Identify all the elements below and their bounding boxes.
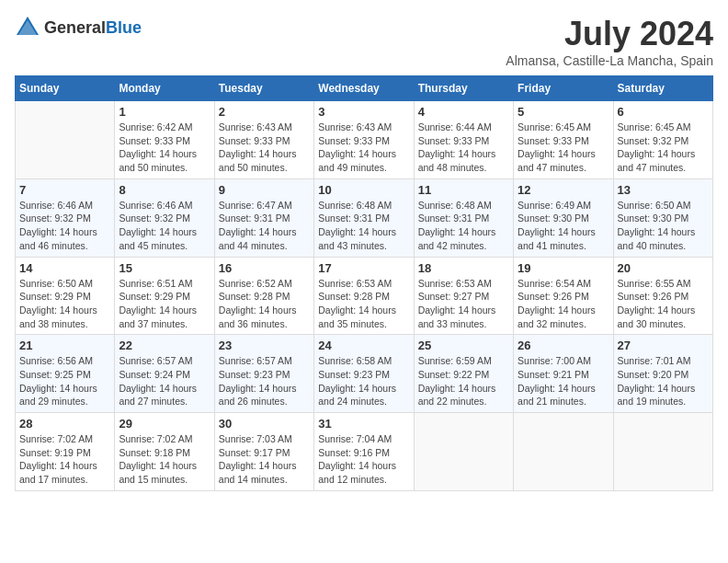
day-number: 5	[518, 105, 609, 119]
day-number: 16	[219, 261, 310, 275]
weekday-header-sunday: Sunday	[16, 76, 115, 101]
calendar-title: July 2024	[506, 15, 713, 53]
day-cell: 17Sunrise: 6:53 AMSunset: 9:28 PMDayligh…	[314, 257, 414, 335]
day-number: 17	[318, 261, 409, 275]
day-info: Sunrise: 6:51 AMSunset: 9:29 PMDaylight:…	[119, 277, 210, 331]
day-number: 3	[318, 105, 409, 119]
day-number: 12	[518, 183, 609, 197]
day-info: Sunrise: 7:03 AMSunset: 9:17 PMDaylight:…	[219, 432, 310, 487]
day-info: Sunrise: 7:01 AMSunset: 9:20 PMDaylight:…	[618, 354, 709, 408]
week-row-1: 1Sunrise: 6:42 AMSunset: 9:33 PMDaylight…	[16, 101, 713, 179]
day-cell: 8Sunrise: 6:46 AMSunset: 9:32 PMDaylight…	[115, 178, 214, 257]
day-number: 25	[418, 339, 509, 352]
day-info: Sunrise: 6:43 AMSunset: 9:33 PMDaylight:…	[318, 121, 409, 175]
day-cell: 30Sunrise: 7:03 AMSunset: 9:17 PMDayligh…	[214, 413, 313, 491]
day-number: 28	[19, 417, 110, 431]
day-number: 23	[219, 339, 310, 352]
day-number: 31	[318, 417, 409, 431]
day-cell: 21Sunrise: 6:56 AMSunset: 9:25 PMDayligh…	[16, 335, 115, 413]
day-number: 27	[618, 339, 709, 352]
day-info: Sunrise: 6:55 AMSunset: 9:26 PMDaylight:…	[618, 277, 709, 331]
day-info: Sunrise: 7:04 AMSunset: 9:16 PMDaylight:…	[318, 432, 409, 487]
day-cell: 14Sunrise: 6:50 AMSunset: 9:29 PMDayligh…	[16, 257, 115, 335]
day-number: 13	[618, 183, 709, 197]
day-number: 19	[518, 261, 609, 275]
day-cell: 10Sunrise: 6:48 AMSunset: 9:31 PMDayligh…	[314, 178, 414, 257]
day-cell	[414, 413, 513, 491]
day-cell: 27Sunrise: 7:01 AMSunset: 9:20 PMDayligh…	[613, 335, 712, 413]
day-info: Sunrise: 6:54 AMSunset: 9:26 PMDaylight:…	[518, 277, 609, 331]
day-cell: 26Sunrise: 7:00 AMSunset: 9:21 PMDayligh…	[514, 335, 613, 413]
day-number: 15	[119, 261, 210, 275]
day-cell: 2Sunrise: 6:43 AMSunset: 9:33 PMDaylight…	[214, 101, 313, 179]
day-number: 4	[418, 105, 509, 119]
weekday-header-saturday: Saturday	[613, 76, 712, 101]
week-row-2: 7Sunrise: 6:46 AMSunset: 9:32 PMDaylight…	[16, 178, 713, 257]
day-cell: 22Sunrise: 6:57 AMSunset: 9:24 PMDayligh…	[115, 335, 214, 413]
header: GeneralBlue July 2024 Almansa, Castille-…	[15, 15, 713, 68]
day-info: Sunrise: 6:53 AMSunset: 9:27 PMDaylight:…	[418, 277, 509, 331]
day-info: Sunrise: 6:53 AMSunset: 9:28 PMDaylight:…	[318, 277, 409, 331]
logo: GeneralBlue	[15, 15, 142, 40]
day-number: 14	[19, 261, 110, 275]
day-info: Sunrise: 6:47 AMSunset: 9:31 PMDaylight:…	[219, 199, 310, 253]
day-cell: 9Sunrise: 6:47 AMSunset: 9:31 PMDaylight…	[214, 178, 313, 257]
day-cell: 18Sunrise: 6:53 AMSunset: 9:27 PMDayligh…	[414, 257, 513, 335]
day-number: 6	[618, 105, 709, 119]
day-cell: 7Sunrise: 6:46 AMSunset: 9:32 PMDaylight…	[16, 178, 115, 257]
day-cell: 6Sunrise: 6:45 AMSunset: 9:32 PMDaylight…	[613, 101, 712, 179]
day-info: Sunrise: 7:02 AMSunset: 9:18 PMDaylight:…	[119, 432, 210, 487]
day-number: 8	[119, 183, 210, 197]
day-info: Sunrise: 6:48 AMSunset: 9:31 PMDaylight:…	[418, 199, 509, 253]
day-number: 26	[518, 339, 609, 352]
weekday-header-monday: Monday	[115, 76, 214, 101]
day-cell: 20Sunrise: 6:55 AMSunset: 9:26 PMDayligh…	[613, 257, 712, 335]
day-info: Sunrise: 6:46 AMSunset: 9:32 PMDaylight:…	[19, 199, 110, 253]
week-row-4: 21Sunrise: 6:56 AMSunset: 9:25 PMDayligh…	[16, 335, 713, 413]
day-info: Sunrise: 6:50 AMSunset: 9:30 PMDaylight:…	[618, 199, 709, 253]
day-info: Sunrise: 6:57 AMSunset: 9:24 PMDaylight:…	[119, 354, 210, 408]
day-cell: 28Sunrise: 7:02 AMSunset: 9:19 PMDayligh…	[16, 413, 115, 491]
day-cell: 25Sunrise: 6:59 AMSunset: 9:22 PMDayligh…	[414, 335, 513, 413]
day-number: 18	[418, 261, 509, 275]
day-number: 30	[219, 417, 310, 431]
day-info: Sunrise: 7:00 AMSunset: 9:21 PMDaylight:…	[518, 354, 609, 408]
day-number: 9	[219, 183, 310, 197]
day-cell: 23Sunrise: 6:57 AMSunset: 9:23 PMDayligh…	[214, 335, 313, 413]
day-info: Sunrise: 6:45 AMSunset: 9:33 PMDaylight:…	[518, 121, 609, 175]
day-number: 7	[19, 183, 110, 197]
weekday-header-row: SundayMondayTuesdayWednesdayThursdayFrid…	[16, 76, 713, 101]
day-number: 29	[119, 417, 210, 431]
day-info: Sunrise: 6:45 AMSunset: 9:32 PMDaylight:…	[618, 121, 709, 175]
day-cell: 31Sunrise: 7:04 AMSunset: 9:16 PMDayligh…	[314, 413, 414, 491]
weekday-header-tuesday: Tuesday	[214, 76, 313, 101]
day-info: Sunrise: 6:46 AMSunset: 9:32 PMDaylight:…	[119, 199, 210, 253]
day-number: 2	[219, 105, 310, 119]
day-cell: 3Sunrise: 6:43 AMSunset: 9:33 PMDaylight…	[314, 101, 414, 179]
day-cell	[16, 101, 115, 179]
day-number: 10	[318, 183, 409, 197]
day-info: Sunrise: 6:57 AMSunset: 9:23 PMDaylight:…	[219, 354, 310, 408]
day-cell: 13Sunrise: 6:50 AMSunset: 9:30 PMDayligh…	[613, 178, 712, 257]
day-number: 1	[119, 105, 210, 119]
week-row-5: 28Sunrise: 7:02 AMSunset: 9:19 PMDayligh…	[16, 413, 713, 491]
weekday-header-wednesday: Wednesday	[314, 76, 414, 101]
day-number: 24	[318, 339, 409, 352]
day-number: 20	[618, 261, 709, 275]
day-info: Sunrise: 6:49 AMSunset: 9:30 PMDaylight:…	[518, 199, 609, 253]
day-info: Sunrise: 6:56 AMSunset: 9:25 PMDaylight:…	[19, 354, 110, 408]
week-row-3: 14Sunrise: 6:50 AMSunset: 9:29 PMDayligh…	[16, 257, 713, 335]
day-cell: 5Sunrise: 6:45 AMSunset: 9:33 PMDaylight…	[514, 101, 613, 179]
day-cell: 15Sunrise: 6:51 AMSunset: 9:29 PMDayligh…	[115, 257, 214, 335]
day-info: Sunrise: 6:43 AMSunset: 9:33 PMDaylight:…	[219, 121, 310, 175]
day-info: Sunrise: 6:48 AMSunset: 9:31 PMDaylight:…	[318, 199, 409, 253]
weekday-header-friday: Friday	[514, 76, 613, 101]
weekday-header-thursday: Thursday	[414, 76, 513, 101]
day-cell	[613, 413, 712, 491]
logo-text-blue: Blue	[106, 18, 142, 37]
day-info: Sunrise: 6:52 AMSunset: 9:28 PMDaylight:…	[219, 277, 310, 331]
day-number: 21	[19, 339, 110, 352]
calendar-subtitle: Almansa, Castille-La Mancha, Spain	[506, 53, 713, 68]
logo-text-general: General	[44, 18, 106, 37]
day-cell	[514, 413, 613, 491]
